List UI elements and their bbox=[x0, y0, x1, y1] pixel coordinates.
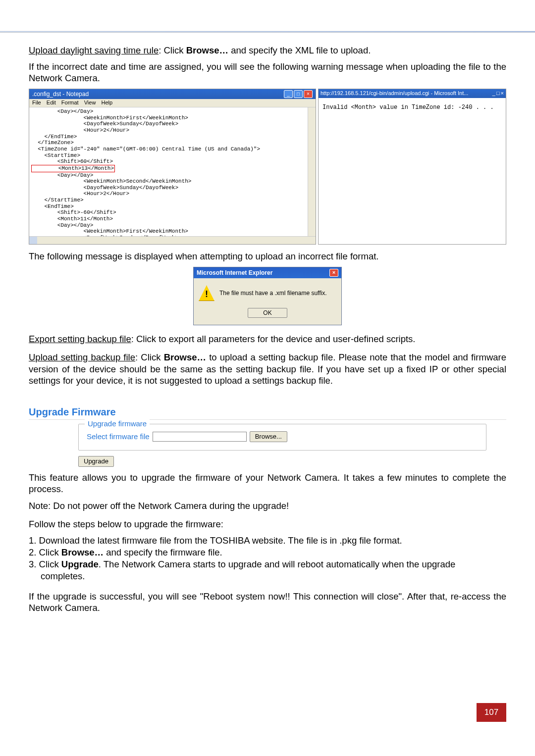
export-para: Export setting backup file: Click to exp… bbox=[29, 333, 506, 345]
menu-edit[interactable]: Edit bbox=[47, 100, 56, 105]
upgrade-steps: 1. Download the latest firmware file fro… bbox=[29, 535, 506, 582]
horizontal-scrollbar[interactable] bbox=[29, 236, 316, 244]
export-label: Export setting backup file bbox=[29, 334, 131, 344]
upgrade-heading: Upgrade Firmware bbox=[29, 406, 506, 420]
xml-error-highlight: <Month>13</Month> bbox=[31, 165, 115, 172]
firmware-file-label: Select firmware file bbox=[87, 432, 150, 442]
maximize-icon[interactable]: □ bbox=[294, 90, 303, 98]
notepad-menubar: File Edit Format View Help bbox=[29, 99, 316, 107]
minimize-icon[interactable]: _ bbox=[284, 90, 293, 98]
upgrade-follow: Follow the steps below to upgrade the fi… bbox=[29, 518, 506, 530]
notepad-titlebar: .config_dst - Notepad _ □ × bbox=[29, 89, 316, 99]
vertical-scrollbar[interactable] bbox=[308, 107, 316, 236]
close-icon[interactable]: × bbox=[501, 90, 504, 97]
browser-body: Invalid <Month> value in TimeZone id: -2… bbox=[319, 98, 506, 143]
after-notepad-para: The following message is displayed when … bbox=[29, 251, 506, 262]
notepad-window: .config_dst - Notepad _ □ × File Edit Fo… bbox=[29, 89, 316, 245]
incorrect-date-para: If the incorrect date and time are assig… bbox=[29, 61, 506, 84]
dialog-wrap: Microsoft Internet Explorer × The file m… bbox=[29, 267, 506, 325]
upgrade-button[interactable]: Upgrade bbox=[78, 456, 114, 467]
maximize-icon[interactable]: □ bbox=[496, 90, 500, 97]
browse-button[interactable]: Browse... bbox=[250, 431, 287, 442]
menu-file[interactable]: File bbox=[32, 100, 41, 105]
upload-rule-label: Upload daylight saving time rule bbox=[29, 45, 159, 55]
dialog-titlebar: Microsoft Internet Explorer × bbox=[194, 267, 341, 278]
firmware-file-input[interactable] bbox=[153, 432, 247, 442]
notepad-title: .config_dst - Notepad bbox=[32, 91, 89, 98]
ok-button[interactable]: OK bbox=[248, 308, 287, 318]
step-1: 1. Download the latest firmware file fro… bbox=[29, 535, 506, 546]
dialog-title: Microsoft Internet Explorer bbox=[197, 269, 272, 277]
upgrade-fieldset-wrap: Upgrade firmware Select firmware file Br… bbox=[29, 422, 506, 472]
step-2: 2. Click Browse… and specify the firmwar… bbox=[29, 547, 506, 558]
upgrade-intro: This feature allows you to upgrade the f… bbox=[29, 472, 506, 495]
warning-icon bbox=[199, 285, 214, 301]
menu-view[interactable]: View bbox=[84, 100, 96, 105]
browser-body-blank bbox=[319, 143, 506, 227]
close-icon[interactable]: × bbox=[329, 269, 338, 277]
upgrade-success: If the upgrade is successful, you will s… bbox=[29, 591, 506, 613]
browser-titlebar: http://192.168.5.121/cgi-bin/admin/uploa… bbox=[319, 89, 506, 98]
dialog-box: Microsoft Internet Explorer × The file m… bbox=[193, 267, 342, 325]
step-3: 3. Click Upgrade. The Network Camera sta… bbox=[29, 558, 506, 570]
upgrade-note: Note: Do not power off the Network Camer… bbox=[29, 500, 506, 511]
menu-help[interactable]: Help bbox=[101, 100, 112, 105]
close-icon[interactable]: × bbox=[304, 90, 313, 98]
browser-window: http://192.168.5.121/cgi-bin/admin/uploa… bbox=[318, 89, 506, 245]
upload-backup-para: Upload setting backup file: Click Browse… bbox=[29, 352, 506, 386]
upgrade-legend: Upgrade firmware bbox=[85, 419, 150, 429]
upload-rule-para: Upload daylight saving time rule: Click … bbox=[29, 45, 506, 56]
notepad-body: <Day></Day> <WeekinMonth>First</WeekinMo… bbox=[29, 107, 316, 236]
browser-title: http://192.168.5.121/cgi-bin/admin/uploa… bbox=[321, 90, 468, 97]
dialog-message: The file must have a .xml filename suffi… bbox=[219, 290, 327, 297]
menu-format[interactable]: Format bbox=[61, 100, 79, 105]
dialog-body: The file must have a .xml filename suffi… bbox=[194, 278, 341, 308]
footer: 107 bbox=[0, 703, 535, 732]
minimize-icon[interactable]: _ bbox=[492, 90, 495, 97]
step-3-cont: completes. bbox=[29, 570, 506, 582]
page-content: Upload daylight saving time rule: Click … bbox=[0, 33, 535, 629]
notepad-and-browser-row: .config_dst - Notepad _ □ × File Edit Fo… bbox=[29, 89, 506, 245]
page-number: 107 bbox=[477, 703, 506, 722]
upgrade-fieldset: Upgrade firmware Select firmware file Br… bbox=[78, 424, 486, 451]
upload-backup-label: Upload setting backup file bbox=[29, 352, 135, 362]
